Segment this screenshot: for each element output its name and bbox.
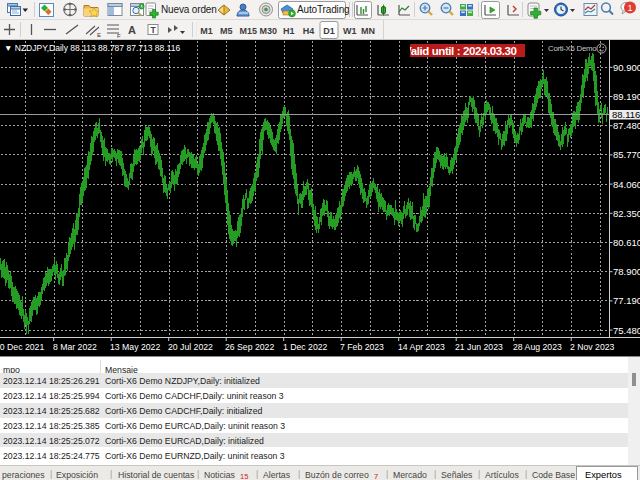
- svg-text:7 Feb 2023: 7 Feb 2023: [340, 342, 384, 352]
- svg-text:T: T: [150, 25, 156, 35]
- svg-text:1 Dec 2022: 1 Dec 2022: [283, 342, 328, 352]
- svg-text:M1: M1: [200, 26, 213, 36]
- svg-text:2 Nov 2023: 2 Nov 2023: [570, 342, 615, 352]
- svg-text:21 Jun 2023: 21 Jun 2023: [455, 342, 503, 352]
- svg-text:78.900: 78.900: [613, 266, 640, 277]
- svg-text:D1: D1: [323, 26, 335, 36]
- svg-text:W1: W1: [343, 26, 357, 36]
- svg-text:14 Apr 2023: 14 Apr 2023: [398, 342, 445, 352]
- svg-text:87.480: 87.480: [613, 120, 640, 131]
- svg-text:88.116: 88.116: [612, 109, 640, 120]
- svg-text:MN: MN: [361, 26, 375, 36]
- svg-text:90.900: 90.900: [613, 62, 640, 73]
- svg-text:84.060: 84.060: [613, 179, 640, 190]
- svg-text:77.190: 77.190: [613, 295, 640, 306]
- svg-text:F: F: [117, 33, 121, 39]
- svg-text:A: A: [128, 24, 136, 36]
- svg-text:30 Dec 2021: 30 Dec 2021: [0, 342, 44, 352]
- svg-text:85.770: 85.770: [613, 149, 640, 160]
- svg-text:75.480: 75.480: [613, 325, 640, 336]
- svg-text:26 Sep 2022: 26 Sep 2022: [225, 342, 274, 352]
- svg-text:E: E: [97, 32, 101, 38]
- svg-text:13 May 2022: 13 May 2022: [110, 342, 160, 352]
- svg-text:M15: M15: [240, 26, 258, 36]
- svg-text:89.190: 89.190: [613, 91, 640, 102]
- svg-text:82.350: 82.350: [613, 208, 640, 219]
- svg-text:H4: H4: [303, 26, 315, 36]
- svg-text:AutoTrading: AutoTrading: [297, 4, 349, 15]
- svg-text:28 Aug 2023: 28 Aug 2023: [513, 342, 562, 352]
- svg-text:8 Mar 2022: 8 Mar 2022: [53, 342, 97, 352]
- svg-text:20 Jul 2022: 20 Jul 2022: [168, 342, 213, 352]
- svg-text:Nueva orden: Nueva orden: [161, 4, 217, 15]
- svg-text:H1: H1: [283, 26, 295, 36]
- svg-text:80.610: 80.610: [613, 237, 640, 248]
- svg-text:M5: M5: [220, 26, 233, 36]
- svg-text:M30: M30: [259, 26, 277, 36]
- svg-text:1: 1: [627, 3, 632, 13]
